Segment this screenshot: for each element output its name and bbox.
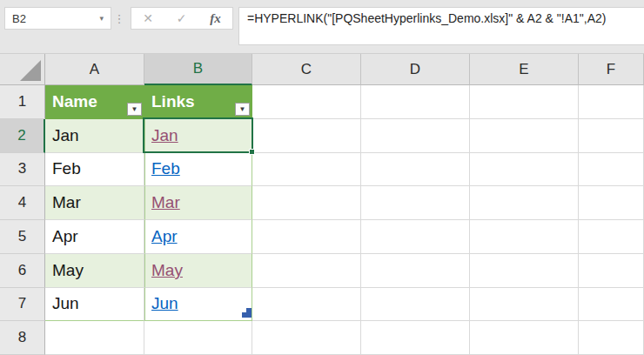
cell-b4[interactable]: Mar <box>144 186 252 220</box>
formula-bar-separator-icon: ⋮ <box>111 7 127 30</box>
cell-text: Jan <box>52 126 79 145</box>
cell-e8[interactable] <box>470 321 579 355</box>
insert-function-icon[interactable]: fx <box>210 11 221 26</box>
cell-d8[interactable] <box>361 321 470 355</box>
cell-d3[interactable] <box>361 153 470 187</box>
cell-d7[interactable] <box>361 288 470 322</box>
cell-text: Apr <box>52 227 78 246</box>
column-header-d[interactable]: D <box>361 54 470 85</box>
cell-d4[interactable] <box>361 186 470 220</box>
cell-c3[interactable] <box>252 153 361 187</box>
row-header-3[interactable]: 3 <box>0 153 45 187</box>
select-all-corner[interactable] <box>0 54 45 85</box>
name-box[interactable]: B2 ▾ <box>4 7 111 30</box>
row-header-4[interactable]: 4 <box>0 186 45 220</box>
cell-f1[interactable] <box>579 85 644 119</box>
row-header-1[interactable]: 1 <box>0 85 45 119</box>
cell-a8[interactable] <box>45 321 144 355</box>
cell-c8[interactable] <box>252 321 361 355</box>
filter-button-name[interactable]: ▼ <box>127 103 142 116</box>
spreadsheet-grid: 1 Name ▼ Links ▼ 2 Jan Jan 3 Feb Feb 4 <box>0 85 644 355</box>
hyperlink[interactable]: Jun <box>151 294 178 313</box>
hyperlink[interactable]: Feb <box>151 159 180 178</box>
cell-a1[interactable]: Name ▼ <box>45 85 144 119</box>
cell-c1[interactable] <box>252 85 361 119</box>
cell-e3[interactable] <box>470 153 579 187</box>
cell-f4[interactable] <box>579 186 644 220</box>
cell-e5[interactable] <box>470 220 579 254</box>
cell-d1[interactable] <box>361 85 470 119</box>
cell-f8[interactable] <box>579 321 644 355</box>
cell-a5[interactable]: Apr <box>45 220 144 254</box>
cell-a7[interactable]: Jun <box>45 288 144 322</box>
row-3: 3 Feb Feb <box>0 153 644 187</box>
hyperlink[interactable]: Apr <box>151 227 178 246</box>
table-header-links: Links <box>151 92 195 111</box>
cell-d2[interactable] <box>361 119 470 153</box>
cell-b1[interactable]: Links ▼ <box>144 85 252 119</box>
row-header-2[interactable]: 2 <box>0 119 45 153</box>
formula-bar-strip: B2 ▾ ⋮ ✕ ✓ fx =HYPERLINK("[PQSheetHyperl… <box>0 0 644 53</box>
row-header-5[interactable]: 5 <box>0 220 45 254</box>
cell-f7[interactable] <box>579 288 644 322</box>
enter-icon[interactable]: ✓ <box>177 11 187 25</box>
cell-c7[interactable] <box>252 288 361 322</box>
cell-text: Jun <box>52 294 79 313</box>
cell-text: Feb <box>52 159 81 178</box>
hyperlink[interactable]: Mar <box>151 193 180 212</box>
cell-d6[interactable] <box>361 254 470 288</box>
cell-d5[interactable] <box>361 220 470 254</box>
cell-b8[interactable] <box>144 321 252 355</box>
column-header-f[interactable]: F <box>579 54 644 85</box>
column-header-c[interactable]: C <box>252 54 361 85</box>
column-header-a[interactable]: A <box>45 54 144 85</box>
cell-a2[interactable]: Jan <box>45 119 144 153</box>
cell-a3[interactable]: Feb <box>45 153 144 187</box>
cell-b7[interactable]: Jun <box>144 288 252 322</box>
row-1: 1 Name ▼ Links ▼ <box>0 85 644 119</box>
cell-e2[interactable] <box>470 119 579 153</box>
cancel-icon[interactable]: ✕ <box>143 11 153 25</box>
row-6: 6 May May <box>0 254 644 288</box>
cell-c4[interactable] <box>252 186 361 220</box>
row-4: 4 Mar Mar <box>0 186 644 220</box>
cell-e6[interactable] <box>470 254 579 288</box>
cell-f3[interactable] <box>579 153 644 187</box>
filter-button-links[interactable]: ▼ <box>235 103 250 116</box>
cell-b6[interactable]: May <box>144 254 252 288</box>
row-header-8[interactable]: 8 <box>0 321 45 355</box>
row-header-7[interactable]: 7 <box>0 288 45 322</box>
cell-c5[interactable] <box>252 220 361 254</box>
column-header-strip: A B C D E F <box>0 53 644 85</box>
select-all-triangle-icon <box>20 60 41 81</box>
cell-f6[interactable] <box>579 254 644 288</box>
filter-dropdown-icon: ▼ <box>131 105 138 113</box>
cell-f5[interactable] <box>579 220 644 254</box>
formula-input[interactable]: =HYPERLINK("[PQSheetHyperlinks_Demo.xlsx… <box>238 7 644 45</box>
cell-text: May <box>52 261 84 280</box>
cell-a6[interactable]: May <box>45 254 144 288</box>
hyperlink[interactable]: May <box>151 261 183 280</box>
name-box-value: B2 <box>12 12 26 25</box>
cell-text: Mar <box>52 193 81 212</box>
cell-e4[interactable] <box>470 186 579 220</box>
column-header-b[interactable]: B <box>144 54 252 85</box>
cell-e7[interactable] <box>470 288 579 322</box>
cell-b5[interactable]: Apr <box>144 220 252 254</box>
row-header-6[interactable]: 6 <box>0 254 45 288</box>
cell-a4[interactable]: Mar <box>45 186 144 220</box>
cell-b3[interactable]: Feb <box>144 153 252 187</box>
cell-e1[interactable] <box>470 85 579 119</box>
filter-dropdown-icon: ▼ <box>239 105 246 113</box>
column-header-e[interactable]: E <box>470 54 579 85</box>
cell-f2[interactable] <box>579 119 644 153</box>
cell-c2[interactable] <box>252 119 361 153</box>
row-2: 2 Jan Jan <box>0 119 644 153</box>
cell-c6[interactable] <box>252 254 361 288</box>
name-box-dropdown-icon[interactable]: ▾ <box>99 14 104 23</box>
cell-b2[interactable]: Jan <box>144 119 252 153</box>
table-header-name: Name <box>52 92 97 111</box>
row-8: 8 <box>0 321 644 355</box>
hyperlink[interactable]: Jan <box>151 126 178 145</box>
row-7: 7 Jun Jun <box>0 288 644 322</box>
